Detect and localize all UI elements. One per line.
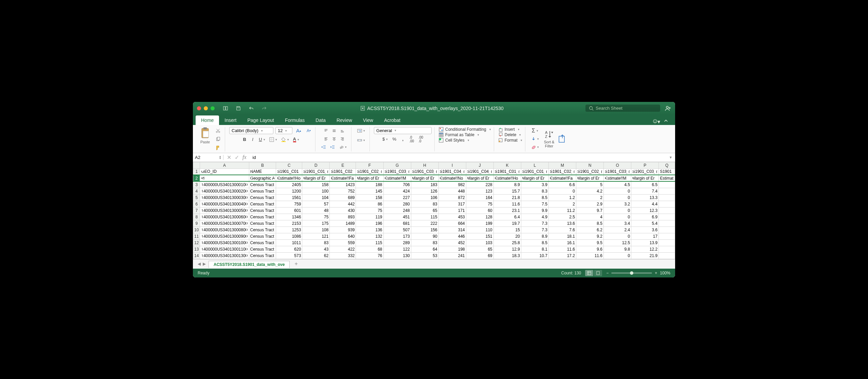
collapse-ribbon-icon[interactable] <box>664 119 668 125</box>
cell[interactable]: Census Tract <box>249 214 276 220</box>
cell[interactable]: 2.4 <box>604 227 631 233</box>
cell[interactable]: 11.2 <box>548 207 576 214</box>
cell[interactable]: 188 <box>356 181 383 188</box>
cell[interactable]: 18.3 <box>493 252 521 259</box>
cell-styles-button[interactable]: Cell Styles <box>439 138 491 143</box>
cell[interactable]: 65 <box>411 207 438 214</box>
cell[interactable]: 681 <box>383 220 411 227</box>
cell[interactable]: 145 <box>356 188 383 194</box>
sort-filter-button[interactable]: AZ Sort & Filter <box>544 130 555 148</box>
cell[interactable]: 982 <box>438 181 466 188</box>
format-as-table-button[interactable]: Format as Table <box>439 132 491 137</box>
cell[interactable]: 9.9 <box>521 207 548 214</box>
undo-icon[interactable] <box>247 105 255 112</box>
cell[interactable]: 57 <box>302 201 330 207</box>
cell[interactable]: 1400000US34013001100 <box>200 246 249 252</box>
cell[interactable]: S1901_C03_( <box>604 168 631 175</box>
cell[interactable]: Census Tract <box>249 246 276 252</box>
cell[interactable]: 1400000US34013000800 <box>200 227 249 233</box>
column-header[interactable]: F <box>356 162 383 168</box>
share-button[interactable] <box>665 105 671 111</box>
cell[interactable]: 424 <box>383 188 411 194</box>
cell[interactable]: 752 <box>330 188 356 194</box>
decrease-font-icon[interactable]: A▾ <box>305 127 312 134</box>
cell[interactable]: Census Tract <box>249 188 276 194</box>
cell[interactable]: 17 <box>631 233 659 239</box>
cell[interactable]: 0 <box>604 252 631 259</box>
cell[interactable]: 6.2 <box>576 227 603 233</box>
row-header[interactable]: 10 <box>193 227 200 233</box>
cell[interactable]: 280 <box>383 201 411 207</box>
cell[interactable]: 48 <box>302 207 330 214</box>
cell[interactable]: 164 <box>466 194 493 201</box>
cell[interactable]: S1901_C02_( <box>548 168 576 175</box>
cell[interactable]: 12.9 <box>493 246 521 252</box>
cell[interactable]: Census Tract <box>249 233 276 239</box>
cell[interactable]: 317 <box>438 201 466 207</box>
row-header[interactable]: 2 <box>193 175 200 181</box>
cell[interactable]: 689 <box>330 194 356 201</box>
cell[interactable]: 173 <box>383 233 411 239</box>
cell[interactable]: 5 <box>576 181 603 188</box>
cell[interactable] <box>659 233 675 239</box>
cell[interactable]: S1901_C03_( <box>383 168 411 175</box>
cell[interactable]: 1489 <box>330 220 356 227</box>
tab-review[interactable]: Review <box>331 115 358 125</box>
smiley-icon[interactable]: ▾ <box>653 119 660 125</box>
increase-decimal-icon[interactable]: .0.00 <box>408 136 416 143</box>
cell[interactable]: 1.2 <box>548 194 576 201</box>
cell[interactable]: 2405 <box>276 181 302 188</box>
fx-icon[interactable]: fx <box>242 154 247 160</box>
underline-button[interactable]: U <box>257 136 267 143</box>
cell[interactable] <box>659 188 675 194</box>
column-header[interactable]: J <box>466 162 493 168</box>
cell[interactable] <box>659 214 675 220</box>
column-header[interactable]: E <box>330 162 356 168</box>
accept-formula-icon[interactable]: ✓ <box>235 154 239 161</box>
bold-button[interactable]: B <box>241 136 248 143</box>
cell[interactable]: 123 <box>466 188 493 194</box>
increase-indent-icon[interactable] <box>328 143 337 151</box>
tab-insert[interactable]: Insert <box>219 115 242 125</box>
cell[interactable]: Margin of Er <box>631 175 659 181</box>
cell[interactable]: 4.2 <box>576 188 603 194</box>
tab-page-layout[interactable]: Page Layout <box>242 115 279 125</box>
save-icon[interactable] <box>234 105 242 112</box>
zoom-in-icon[interactable]: + <box>655 271 657 275</box>
cell[interactable]: 1400000US34013000700 <box>200 220 249 227</box>
tab-view[interactable]: View <box>358 115 379 125</box>
cell[interactable]: 6.9 <box>631 214 659 220</box>
cell[interactable]: 332 <box>330 252 356 259</box>
next-sheet-icon[interactable]: ▶ <box>203 261 206 266</box>
cell[interactable]: 21.8 <box>493 194 521 201</box>
cell[interactable]: 1400000US34013000300 <box>200 194 249 201</box>
cell[interactable]: 507 <box>383 227 411 233</box>
share-pane-icon[interactable] <box>558 134 567 144</box>
column-header[interactable]: K <box>493 162 521 168</box>
zoom-button[interactable] <box>211 106 215 110</box>
column-header[interactable]: L <box>521 162 548 168</box>
align-bottom-icon[interactable] <box>339 127 346 134</box>
cell[interactable]: 1400000US34013000500 <box>200 207 249 214</box>
cell[interactable]: 60 <box>466 207 493 214</box>
cell[interactable]: 25.8 <box>493 239 521 246</box>
column-header[interactable]: B <box>249 162 276 168</box>
cell[interactable]: 53 <box>411 252 438 259</box>
cell[interactable]: 15.7 <box>493 188 521 194</box>
formula-input[interactable]: id <box>250 155 667 160</box>
cell[interactable]: 43 <box>302 246 330 252</box>
row-header[interactable]: 3 <box>193 181 200 188</box>
tab-formulas[interactable]: Formulas <box>279 115 310 125</box>
cell[interactable]: 11.6 <box>576 252 603 259</box>
cell[interactable]: 103 <box>466 239 493 246</box>
page-layout-view-icon[interactable] <box>594 270 602 276</box>
column-header[interactable]: Q <box>659 162 675 168</box>
cut-icon[interactable] <box>214 127 222 134</box>
cell[interactable]: 16.1 <box>548 239 576 246</box>
cell[interactable]: 100 <box>302 188 330 194</box>
cell[interactable]: Census Tract <box>249 252 276 259</box>
cell[interactable]: 19.7 <box>493 220 521 227</box>
cell[interactable]: 446 <box>438 233 466 239</box>
cell[interactable]: 76 <box>356 252 383 259</box>
search-input[interactable]: Search Sheet <box>585 105 660 112</box>
